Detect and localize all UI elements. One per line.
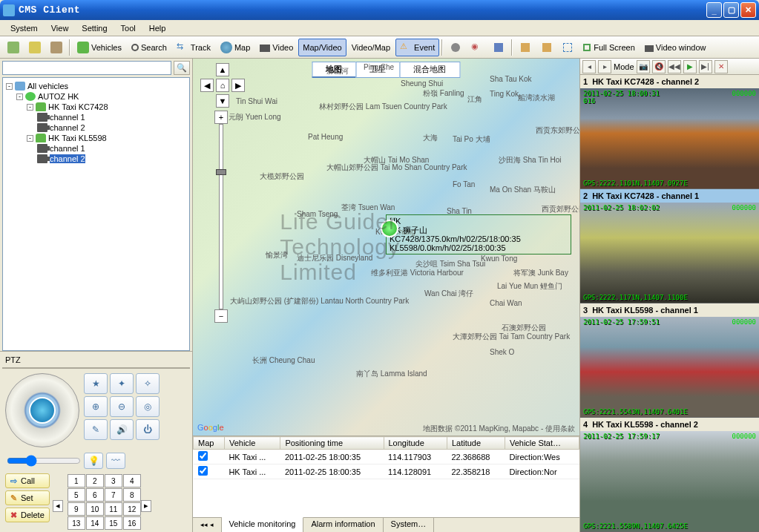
col-lon[interactable]: Longitude	[384, 437, 447, 450]
numpad-right[interactable]: ▸	[141, 500, 151, 512]
col-time[interactable]: Positioning time	[280, 437, 384, 450]
mode-close-button[interactable]: ✕	[714, 60, 728, 73]
table-row[interactable]: HK Taxi ...2011-02-25 18:00:35114.128091…	[194, 464, 579, 479]
map-pan-up[interactable]: ▲	[216, 63, 229, 76]
ptz-sound[interactable]: 🔊	[110, 419, 134, 440]
tree-vehicle-1[interactable]: -HK Taxi KC7428	[27, 102, 186, 112]
numpad-6[interactable]: 6	[86, 488, 104, 502]
ptz-delete-button[interactable]: ✖Delete	[5, 508, 50, 522]
tree-vehicle-2[interactable]: -HK Taxi KL5598	[27, 133, 186, 143]
menu-tool[interactable]: Tool	[115, 22, 142, 34]
numpad-9[interactable]: 9	[68, 502, 85, 516]
numpad-1[interactable]: 1	[68, 474, 85, 487]
tab-vehicle-monitoring[interactable]: Vehicle monitoring	[222, 517, 304, 532]
ptz-focus[interactable]: ◎	[136, 396, 160, 417]
map-pan-left[interactable]: ◀	[200, 79, 214, 92]
numpad-5[interactable]: 5	[68, 488, 85, 502]
map-video-button[interactable]: Map/Video	[298, 39, 346, 56]
tab-alarm-info[interactable]: Alarm information	[303, 518, 383, 532]
tree-v2-ch2[interactable]: channel 2	[37, 154, 186, 164]
video-prev-button[interactable]: ◂	[582, 60, 596, 73]
mode-rewind-button[interactable]: ◀◀	[668, 60, 681, 73]
numpad-14[interactable]: 14	[86, 516, 104, 530]
layout2-button[interactable]	[536, 39, 557, 56]
tree-search-input[interactable]	[2, 61, 171, 75]
map-pan-center[interactable]: ⌂	[216, 79, 229, 92]
col-stat[interactable]: Vehicle Stat…	[505, 437, 579, 450]
minimize-button[interactable]: _	[706, 2, 722, 18]
mode-snapshot-button[interactable]: 📷	[637, 60, 650, 73]
ptz-zoom-in[interactable]: ⊕	[84, 396, 108, 417]
ptz-power[interactable]: ⏻	[136, 419, 160, 440]
numpad-12[interactable]: 12	[123, 502, 141, 516]
numpad-13[interactable]: 13	[68, 516, 85, 530]
menu-view[interactable]: View	[45, 22, 75, 34]
video-feed[interactable]: 2011-02-25 17:59:17000000GPS:2221.5589N,…	[580, 431, 759, 531]
numpad-16[interactable]: 16	[123, 516, 141, 530]
video-feed[interactable]: 2011-02-25 18:02:02000000GPS:2222.1171N,…	[580, 203, 759, 303]
tab-system[interactable]: System…	[384, 518, 435, 532]
video-cell-3[interactable]: 3HK Taxi KL5598 - channel 12011-02-25 17…	[580, 303, 759, 418]
map-vehicle-marker[interactable]: HK HK 狮子山 KC7428/1375.0km/h/02/25/18:00:…	[386, 214, 571, 254]
tree-v1-ch1[interactable]: channel 1	[37, 112, 186, 122]
save-button[interactable]	[488, 39, 509, 56]
numpad-11[interactable]: 11	[105, 502, 122, 516]
ptz-brush[interactable]: ✎	[84, 419, 108, 440]
map-button[interactable]: Map	[216, 39, 254, 56]
ptz-preset-star2[interactable]: ✦	[110, 373, 134, 394]
track-button[interactable]: ⇆Track	[172, 39, 215, 56]
numpad-15[interactable]: 15	[105, 516, 122, 530]
snapshot-button[interactable]: ◉	[467, 39, 487, 56]
ptz-set-button[interactable]: ✎Set	[5, 490, 50, 505]
maximize-button[interactable]: ▢	[723, 2, 739, 18]
ptz-light-button[interactable]: 💡	[84, 453, 103, 469]
ptz-call-button[interactable]: ⇨Call	[5, 473, 50, 488]
ptz-wiper-button[interactable]: 〰	[106, 453, 125, 469]
mode-play-button[interactable]: ▶	[683, 60, 697, 73]
video-window-button[interactable]: Video window	[640, 39, 711, 56]
col-lat[interactable]: Latitude	[447, 437, 505, 450]
row-map-checkbox[interactable]	[198, 451, 208, 461]
col-map[interactable]: Map	[194, 437, 225, 450]
map-zoom-in[interactable]: +	[214, 111, 228, 124]
search-button[interactable]: Search	[127, 39, 171, 56]
tool-new[interactable]	[3, 39, 24, 56]
menu-setting[interactable]: Setting	[76, 22, 113, 34]
tree-group[interactable]: -AUTOZ HK	[16, 91, 186, 102]
video-feed[interactable]: 2011-02-25 18:00:31016000000GPS:2222.110…	[580, 88, 759, 188]
tree-search-button[interactable]: 🔍	[174, 61, 190, 75]
layout1-button[interactable]	[515, 39, 536, 56]
vehicles-button[interactable]: Vehicles	[73, 39, 126, 56]
map-tab-hybrid[interactable]: 混合地图	[399, 62, 460, 78]
video-next-button[interactable]: ▸	[598, 60, 611, 73]
ptz-zoom-out[interactable]: ⊖	[110, 396, 134, 417]
ptz-preset-star3[interactable]: ✧	[136, 373, 160, 394]
map-zoom-slider[interactable]	[219, 124, 223, 309]
map-zoom-out[interactable]: −	[214, 309, 228, 323]
layout3-button[interactable]	[558, 39, 577, 56]
table-row[interactable]: HK Taxi ...2011-02-25 18:00:35114.117903…	[194, 450, 579, 464]
map-pan-down[interactable]: ▼	[216, 94, 229, 108]
video-cell-4[interactable]: 4HK Taxi KL5598 - channel 22011-02-25 17…	[580, 418, 759, 532]
mode-skip-button[interactable]: ▶|	[699, 60, 712, 73]
ptz-preset-star[interactable]: ★	[84, 373, 108, 394]
video-map-button[interactable]: Video/Map	[347, 39, 395, 56]
map-pan-right[interactable]: ▶	[231, 79, 245, 92]
menu-system[interactable]: System	[4, 22, 44, 34]
video-feed[interactable]: 2011-02-25 17:59:51000000GPS:2221.5543N,…	[580, 317, 759, 417]
col-vehicle[interactable]: Vehicle	[224, 437, 280, 450]
video-button[interactable]: Video	[255, 39, 298, 56]
numpad-left[interactable]: ◂	[53, 500, 63, 512]
numpad-10[interactable]: 10	[86, 502, 104, 516]
numpad-8[interactable]: 8	[123, 488, 141, 502]
record-button[interactable]	[445, 39, 466, 56]
tool-copy[interactable]	[24, 39, 45, 56]
event-button[interactable]: ⚠Event	[395, 39, 439, 56]
map-area[interactable]: ▲ ▼ ◀ ▶ ⌂ + − 地图 卫星 混合地图 Ping Che 屏山河	[193, 59, 579, 436]
tab-scroll-left[interactable]: ◂◂ ◂	[193, 518, 222, 532]
tree-v1-ch2[interactable]: channel 2	[37, 122, 186, 133]
ptz-speed-slider[interactable]	[7, 455, 81, 467]
tree-v2-ch1[interactable]: channel 1	[37, 143, 186, 154]
numpad-7[interactable]: 7	[105, 488, 122, 502]
menu-help[interactable]: Help	[143, 22, 172, 34]
